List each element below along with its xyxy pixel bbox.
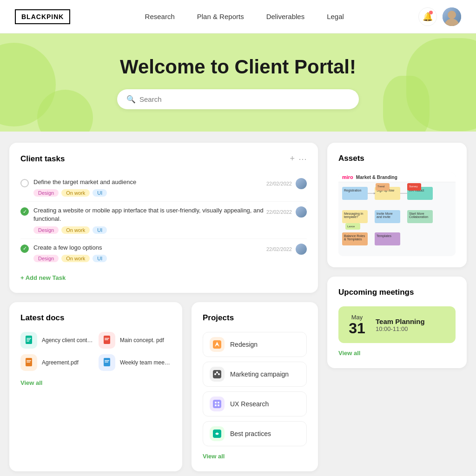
svg-rect-14 [105, 362, 108, 363]
docs-header: Latest docs [20, 313, 171, 323]
tasks-title: Client tasks [20, 154, 65, 164]
nav-deliverables[interactable]: Deliverables [266, 13, 305, 20]
task-right-1: 22/02/2022 [266, 178, 307, 189]
meetings-view-all[interactable]: View all [338, 350, 360, 357]
task-tags-1: Design On work UI [33, 189, 136, 197]
task-checkbox-3[interactable]: ✓ [20, 245, 29, 253]
main-content: Client tasks + ⋯ Define the target marke… [0, 132, 476, 476]
svg-rect-7 [105, 338, 109, 339]
client-tasks-card: Client tasks + ⋯ Define the target marke… [9, 143, 318, 293]
project-icon-marketing [210, 367, 225, 382]
list-item: Main concept. pdf [99, 332, 171, 349]
svg-rect-5 [26, 341, 29, 342]
tag-ui-3: UI [93, 255, 107, 262]
task-left-1: Define the target market and audience De… [20, 178, 136, 197]
svg-point-0 [444, 19, 459, 26]
svg-rect-3 [26, 338, 31, 339]
bottom-row: Latest docs Agency client contr... Main … [9, 302, 318, 471]
meeting-name: Team Planning [376, 317, 425, 325]
doc-name-2: Main concept. pdf [120, 337, 164, 344]
projects-header: Projects [203, 313, 307, 323]
task-content-1: Define the target market and audience De… [33, 178, 136, 197]
svg-rect-23 [213, 400, 221, 408]
sticky-note-trend: Trend [376, 183, 390, 191]
assets-header: Assets [338, 154, 456, 163]
navbar: BLACKPINK Research Plan & Reports Delive… [0, 0, 476, 33]
project-icon-redesign [210, 337, 225, 352]
svg-point-24 [215, 402, 217, 403]
tag-ui-2: UI [93, 226, 107, 234]
meetings-header: Upcoming meetings [338, 288, 456, 297]
task-tags-2: Design On work UI [33, 226, 266, 234]
tag-onwork-2: On work [61, 226, 90, 234]
sticky-note-4: Messaging in template? [342, 210, 368, 223]
list-item[interactable]: Best practices [203, 421, 307, 446]
nav-links: Research Plan & Reports Deliverables Leg… [145, 13, 344, 21]
meeting-item[interactable]: May 31 Team Planning 10:00-11:00 [338, 306, 456, 343]
project-icon-ux [210, 397, 225, 411]
sticky-note-5: Invite More and invite [375, 210, 400, 223]
miro-board-title: Market & Branding [356, 175, 397, 180]
task-left-2: ✓ Creating a website or mobile app inter… [20, 206, 266, 233]
add-task-icon[interactable]: + [290, 154, 295, 164]
avatar-image [443, 7, 461, 26]
projects-view-all[interactable]: View all [203, 453, 225, 460]
meetings-title: Upcoming meetings [338, 288, 414, 297]
notification-bell[interactable]: 🔔 [418, 7, 437, 26]
sticky-note-7: Balance Roles & Templates [342, 232, 368, 245]
assets-preview[interactable]: miro Market & Branding Registration Sign… [338, 172, 456, 256]
user-avatar[interactable] [443, 7, 461, 26]
svg-rect-17 [213, 370, 221, 378]
doc-icon-2 [99, 332, 115, 349]
doc-name-3: Agreement.pdf [42, 359, 79, 366]
doc-icon-3 [20, 354, 37, 371]
project-icon-best-practices [210, 426, 225, 441]
project-name-marketing: Marketing campaign [230, 370, 289, 378]
tasks-card-header: Client tasks + ⋯ [20, 154, 307, 164]
svg-rect-10 [26, 360, 31, 361]
list-item[interactable]: UX Research [203, 391, 307, 416]
svg-point-16 [216, 344, 218, 345]
table-row: Define the target market and audience De… [20, 173, 307, 202]
svg-point-27 [218, 404, 219, 406]
task-tags-3: Design On work UI [33, 255, 107, 262]
add-task-button[interactable]: + Add new Task [20, 274, 66, 281]
right-column: Assets miro Market & Branding Registrati… [327, 143, 467, 476]
nav-research[interactable]: Research [145, 13, 175, 20]
tag-design-1: Design [33, 189, 59, 197]
tasks-actions: + ⋯ [290, 154, 307, 164]
search-input[interactable] [139, 95, 350, 103]
miro-board: miro Market & Branding Registration Sign… [338, 172, 456, 256]
task-checkbox-1[interactable] [20, 179, 29, 187]
docs-view-all[interactable]: View all [20, 379, 42, 386]
task-text-2: Creating a website or mobile app interfa… [33, 206, 266, 223]
list-item: Agency client contr... [20, 332, 93, 349]
miro-content: Registration Sign up flow Trend In-Produ… [338, 182, 456, 256]
table-row: ✓ Create a few logo options Design On wo… [20, 239, 307, 267]
notification-badge [429, 11, 433, 14]
list-item: Agreement.pdf [20, 354, 93, 371]
sticky-label: Lance [345, 223, 360, 230]
svg-rect-4 [26, 339, 30, 340]
svg-point-1 [448, 11, 456, 19]
brand-logo[interactable]: BLACKPINK [15, 9, 70, 24]
tasks-menu-icon[interactable]: ⋯ [298, 154, 307, 164]
sticky-note-6: Start More Collaboration [407, 210, 433, 223]
list-item: Weekly team meetin... [99, 354, 171, 371]
assets-card: Assets miro Market & Branding Registrati… [327, 143, 467, 267]
list-item[interactable]: Redesign [203, 332, 307, 357]
task-avatar-2 [296, 206, 307, 218]
doc-name-4: Weekly team meetin... [120, 359, 171, 366]
assets-title: Assets [338, 154, 364, 163]
task-checkbox-2[interactable]: ✓ [20, 207, 29, 216]
nav-legal[interactable]: Legal [327, 13, 344, 20]
project-name-redesign: Redesign [230, 341, 258, 348]
tag-design-3: Design [33, 255, 59, 262]
hero-decoration-4 [383, 76, 430, 132]
docs-title: Latest docs [20, 313, 64, 323]
list-item[interactable]: Marketing campaign [203, 362, 307, 387]
nav-plan-reports[interactable]: Plan & Reports [197, 13, 244, 20]
svg-point-26 [215, 404, 217, 406]
svg-rect-8 [105, 339, 108, 340]
meeting-date: May 31 [346, 314, 368, 336]
